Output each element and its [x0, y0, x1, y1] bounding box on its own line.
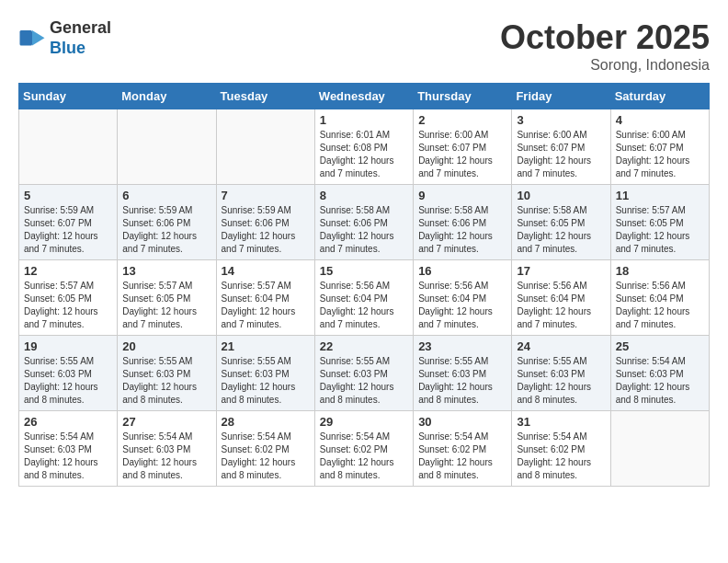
- calendar-cell: 13Sunrise: 5:57 AM Sunset: 6:05 PM Dayli…: [118, 260, 216, 336]
- calendar-cell: 11Sunrise: 5:57 AM Sunset: 6:05 PM Dayli…: [610, 185, 709, 260]
- day-info: Sunrise: 5:54 AM Sunset: 6:03 PM Dayligh…: [616, 355, 704, 407]
- day-number: 14: [222, 264, 310, 278]
- day-number: 28: [222, 415, 310, 429]
- calendar-cell: 27Sunrise: 5:54 AM Sunset: 6:03 PM Dayli…: [118, 411, 216, 487]
- day-info: Sunrise: 5:59 AM Sunset: 6:06 PM Dayligh…: [222, 204, 310, 256]
- page-header: General Blue October 2025 Sorong, Indone…: [18, 18, 710, 74]
- calendar-cell: 19Sunrise: 5:55 AM Sunset: 6:03 PM Dayli…: [19, 336, 118, 411]
- day-number: 7: [222, 189, 310, 202]
- day-number: 4: [616, 113, 704, 127]
- day-info: Sunrise: 5:54 AM Sunset: 6:02 PM Dayligh…: [320, 431, 408, 482]
- day-number: 12: [24, 264, 112, 278]
- svg-marker-1: [32, 30, 45, 46]
- day-number: 8: [320, 189, 408, 202]
- day-number: 21: [222, 339, 310, 353]
- logo-blue: Blue: [50, 39, 111, 59]
- calendar-cell: 25Sunrise: 5:54 AM Sunset: 6:03 PM Dayli…: [610, 336, 709, 411]
- calendar-table: SundayMondayTuesdayWednesdayThursdayFrid…: [18, 83, 710, 487]
- day-number: 16: [418, 264, 506, 278]
- calendar-week-5: 26Sunrise: 5:54 AM Sunset: 6:03 PM Dayli…: [19, 411, 710, 487]
- calendar-week-4: 19Sunrise: 5:55 AM Sunset: 6:03 PM Dayli…: [19, 336, 710, 411]
- day-info: Sunrise: 5:56 AM Sunset: 6:04 PM Dayligh…: [320, 280, 408, 331]
- day-number: 20: [122, 339, 210, 353]
- day-number: 29: [320, 415, 408, 429]
- calendar-cell: 31Sunrise: 5:54 AM Sunset: 6:02 PM Dayli…: [512, 411, 610, 487]
- day-info: Sunrise: 5:54 AM Sunset: 6:03 PM Dayligh…: [122, 431, 210, 482]
- calendar-cell: [610, 411, 709, 487]
- day-info: Sunrise: 5:55 AM Sunset: 6:03 PM Dayligh…: [418, 355, 506, 407]
- title-block: October 2025 Sorong, Indonesia: [500, 18, 710, 74]
- location-subtitle: Sorong, Indonesia: [500, 57, 710, 74]
- calendar-cell: 21Sunrise: 5:55 AM Sunset: 6:03 PM Dayli…: [216, 336, 314, 411]
- calendar-cell: 3Sunrise: 6:00 AM Sunset: 6:07 PM Daylig…: [512, 109, 610, 185]
- day-number: 18: [616, 264, 704, 278]
- day-number: 26: [24, 415, 112, 429]
- calendar-week-3: 12Sunrise: 5:57 AM Sunset: 6:05 PM Dayli…: [19, 260, 710, 336]
- calendar-header-row: SundayMondayTuesdayWednesdayThursdayFrid…: [19, 84, 710, 109]
- calendar-week-2: 5Sunrise: 5:59 AM Sunset: 6:07 PM Daylig…: [19, 185, 710, 260]
- day-info: Sunrise: 5:55 AM Sunset: 6:03 PM Dayligh…: [320, 355, 408, 407]
- day-info: Sunrise: 5:58 AM Sunset: 6:06 PM Dayligh…: [418, 204, 506, 256]
- logo-general: General: [50, 18, 111, 39]
- day-number: 9: [418, 189, 506, 202]
- day-info: Sunrise: 5:59 AM Sunset: 6:07 PM Dayligh…: [24, 204, 112, 256]
- day-info: Sunrise: 6:00 AM Sunset: 6:07 PM Dayligh…: [517, 129, 605, 180]
- calendar-cell: 28Sunrise: 5:54 AM Sunset: 6:02 PM Dayli…: [216, 411, 314, 487]
- calendar-cell: 4Sunrise: 6:00 AM Sunset: 6:07 PM Daylig…: [610, 109, 709, 185]
- day-number: 31: [517, 415, 605, 429]
- calendar-cell: 24Sunrise: 5:55 AM Sunset: 6:03 PM Dayli…: [512, 336, 610, 411]
- calendar-cell: 23Sunrise: 5:55 AM Sunset: 6:03 PM Dayli…: [414, 336, 512, 411]
- day-number: 17: [517, 264, 605, 278]
- day-info: Sunrise: 5:57 AM Sunset: 6:05 PM Dayligh…: [122, 280, 210, 331]
- calendar-cell: 15Sunrise: 5:56 AM Sunset: 6:04 PM Dayli…: [314, 260, 413, 336]
- calendar-cell: 29Sunrise: 5:54 AM Sunset: 6:02 PM Dayli…: [314, 411, 413, 487]
- calendar-cell: [118, 109, 216, 185]
- logo-icon: [18, 25, 46, 52]
- weekday-header-tuesday: Tuesday: [216, 84, 314, 109]
- calendar-cell: 17Sunrise: 5:56 AM Sunset: 6:04 PM Dayli…: [512, 260, 610, 336]
- day-info: Sunrise: 5:58 AM Sunset: 6:06 PM Dayligh…: [320, 204, 408, 256]
- day-info: Sunrise: 6:00 AM Sunset: 6:07 PM Dayligh…: [616, 129, 704, 180]
- day-info: Sunrise: 5:55 AM Sunset: 6:03 PM Dayligh…: [122, 355, 210, 407]
- day-info: Sunrise: 5:57 AM Sunset: 6:04 PM Dayligh…: [222, 280, 310, 331]
- day-info: Sunrise: 6:01 AM Sunset: 6:08 PM Dayligh…: [320, 129, 408, 180]
- calendar-cell: 12Sunrise: 5:57 AM Sunset: 6:05 PM Dayli…: [19, 260, 118, 336]
- month-title: October 2025: [500, 18, 710, 57]
- calendar-cell: 6Sunrise: 5:59 AM Sunset: 6:06 PM Daylig…: [118, 185, 216, 260]
- day-number: 25: [616, 339, 704, 353]
- day-number: 6: [122, 189, 210, 202]
- day-number: 3: [517, 113, 605, 127]
- day-number: 15: [320, 264, 408, 278]
- day-info: Sunrise: 5:59 AM Sunset: 6:06 PM Dayligh…: [122, 204, 210, 256]
- day-number: 11: [616, 189, 704, 202]
- day-number: 1: [320, 113, 408, 127]
- calendar-cell: 10Sunrise: 5:58 AM Sunset: 6:05 PM Dayli…: [512, 185, 610, 260]
- day-number: 23: [418, 339, 506, 353]
- calendar-cell: 30Sunrise: 5:54 AM Sunset: 6:02 PM Dayli…: [414, 411, 512, 487]
- day-info: Sunrise: 5:54 AM Sunset: 6:03 PM Dayligh…: [24, 431, 112, 482]
- day-info: Sunrise: 5:55 AM Sunset: 6:03 PM Dayligh…: [222, 355, 310, 407]
- day-info: Sunrise: 5:58 AM Sunset: 6:05 PM Dayligh…: [517, 204, 605, 256]
- weekday-header-friday: Friday: [512, 84, 610, 109]
- weekday-header-saturday: Saturday: [610, 84, 709, 109]
- weekday-header-wednesday: Wednesday: [314, 84, 413, 109]
- calendar-cell: 20Sunrise: 5:55 AM Sunset: 6:03 PM Dayli…: [118, 336, 216, 411]
- day-number: 2: [418, 113, 506, 127]
- calendar-cell: 14Sunrise: 5:57 AM Sunset: 6:04 PM Dayli…: [216, 260, 314, 336]
- day-info: Sunrise: 5:57 AM Sunset: 6:05 PM Dayligh…: [616, 204, 704, 256]
- day-number: 27: [122, 415, 210, 429]
- day-info: Sunrise: 5:56 AM Sunset: 6:04 PM Dayligh…: [616, 280, 704, 331]
- calendar-cell: 22Sunrise: 5:55 AM Sunset: 6:03 PM Dayli…: [314, 336, 413, 411]
- day-number: 22: [320, 339, 408, 353]
- day-number: 19: [24, 339, 112, 353]
- calendar-cell: 18Sunrise: 5:56 AM Sunset: 6:04 PM Dayli…: [610, 260, 709, 336]
- logo-text: General Blue: [50, 18, 111, 58]
- day-number: 13: [122, 264, 210, 278]
- day-number: 5: [24, 189, 112, 202]
- calendar-cell: 2Sunrise: 6:00 AM Sunset: 6:07 PM Daylig…: [414, 109, 512, 185]
- day-info: Sunrise: 5:54 AM Sunset: 6:02 PM Dayligh…: [222, 431, 310, 482]
- day-info: Sunrise: 5:57 AM Sunset: 6:05 PM Dayligh…: [24, 280, 112, 331]
- day-number: 30: [418, 415, 506, 429]
- day-info: Sunrise: 5:55 AM Sunset: 6:03 PM Dayligh…: [517, 355, 605, 407]
- day-number: 10: [517, 189, 605, 202]
